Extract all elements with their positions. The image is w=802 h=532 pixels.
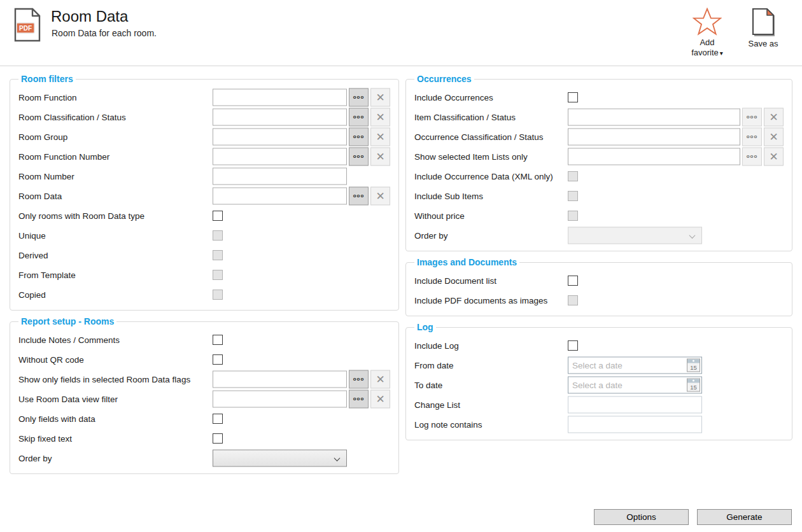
show-selected-item-lists-lookup-button: ooo bbox=[742, 147, 762, 165]
occurrence-classification-input[interactable] bbox=[568, 128, 740, 145]
room-function-number-lookup-button[interactable]: ooo bbox=[349, 147, 369, 165]
to-date-picker[interactable]: Select a date 15 bbox=[568, 376, 702, 393]
unique-label: Unique bbox=[18, 230, 46, 240]
room-classification-clear-button[interactable]: ✕ bbox=[370, 108, 390, 126]
only-fields-with-data-checkbox[interactable] bbox=[213, 414, 223, 424]
from-date-row: From date Select a date 15 bbox=[414, 355, 787, 375]
clear-icon: ✕ bbox=[376, 151, 384, 162]
log-note-contains-input[interactable] bbox=[568, 416, 702, 433]
group-room-filters: Room filters Room Function ooo ✕ Room Cl… bbox=[10, 74, 399, 311]
room-group-clear-button[interactable]: ✕ bbox=[370, 127, 390, 146]
unique-row: Unique bbox=[18, 225, 393, 245]
room-classification-input[interactable] bbox=[213, 108, 347, 125]
item-classification-input[interactable] bbox=[568, 108, 740, 125]
use-room-data-view-filter-clear-button[interactable]: ✕ bbox=[370, 389, 390, 408]
star-icon bbox=[693, 8, 722, 36]
page-subtitle: Room Data for each room. bbox=[52, 28, 157, 38]
add-favorite-label: Add favorite▾ bbox=[691, 38, 723, 59]
room-function-number-input[interactable] bbox=[213, 148, 347, 165]
group-occurrences-title: Occurrences bbox=[414, 74, 474, 84]
show-only-fields-flags-input[interactable] bbox=[213, 370, 347, 388]
use-room-data-view-filter-input[interactable] bbox=[213, 390, 347, 407]
room-data-label: Room Data bbox=[18, 191, 62, 200]
room-number-input[interactable] bbox=[213, 167, 347, 185]
include-occurrence-data-row: Include Occurrence Data (XML only) bbox=[414, 166, 787, 186]
right-column: Occurrences Include Occurrences Item Cla… bbox=[405, 74, 792, 446]
room-data-lookup-button[interactable]: ooo bbox=[349, 186, 369, 205]
include-sub-items-checkbox bbox=[568, 191, 578, 201]
without-qr-code-checkbox[interactable] bbox=[213, 354, 223, 365]
pdf-report-icon: PDF bbox=[13, 8, 42, 45]
occurrences-order-by-row: Order by bbox=[414, 225, 787, 245]
room-function-number-label: Room Function Number bbox=[18, 151, 109, 161]
item-classification-lookup-button: ooo bbox=[742, 108, 762, 126]
group-occurrences: Occurrences Include Occurrences Item Cla… bbox=[405, 74, 792, 251]
save-as-label: Save as bbox=[749, 39, 778, 49]
use-room-data-view-filter-lookup-button[interactable]: ooo bbox=[349, 389, 369, 408]
skip-fixed-text-label: Skip fixed text bbox=[18, 433, 72, 443]
item-classification-label: Item Classification / Status bbox=[414, 112, 516, 122]
generate-button[interactable]: Generate bbox=[697, 509, 792, 525]
calendar-icon[interactable]: 15 bbox=[687, 378, 700, 391]
add-favorite-button[interactable]: Add favorite▾ bbox=[685, 8, 729, 59]
copied-label: Copied bbox=[18, 290, 46, 299]
include-notes-label: Include Notes / Comments bbox=[18, 335, 120, 344]
include-occurrence-data-label: Include Occurrence Data (XML only) bbox=[414, 171, 553, 181]
rooms-order-by-select[interactable] bbox=[213, 449, 347, 466]
ellipsis-icon: ooo bbox=[353, 115, 365, 120]
include-occurrence-data-checkbox bbox=[568, 171, 578, 181]
include-notes-checkbox[interactable] bbox=[213, 335, 223, 345]
rooms-order-by-row: Order by bbox=[18, 448, 393, 468]
occurrence-classification-lookup-button: ooo bbox=[742, 127, 762, 146]
include-occurrences-label: Include Occurrences bbox=[414, 92, 493, 102]
ellipsis-icon: ooo bbox=[353, 154, 365, 159]
save-as-button[interactable]: Save as bbox=[741, 8, 785, 49]
room-classification-lookup-button[interactable]: ooo bbox=[349, 108, 369, 126]
room-function-input[interactable] bbox=[213, 88, 347, 106]
clear-icon: ✕ bbox=[376, 393, 384, 404]
from-date-placeholder: Select a date bbox=[568, 360, 687, 370]
room-data-clear-button[interactable]: ✕ bbox=[370, 186, 390, 205]
room-function-number-row: Room Function Number ooo ✕ bbox=[18, 146, 393, 166]
from-date-picker[interactable]: Select a date 15 bbox=[568, 356, 702, 374]
show-only-fields-flags-lookup-button[interactable]: ooo bbox=[349, 370, 369, 388]
show-selected-item-lists-input[interactable] bbox=[568, 148, 740, 165]
clear-icon: ✕ bbox=[376, 131, 384, 142]
include-document-list-checkbox[interactable] bbox=[568, 276, 578, 286]
room-group-lookup-button[interactable]: ooo bbox=[349, 127, 369, 146]
derived-checkbox bbox=[213, 250, 223, 260]
report-header: PDF Room Data Room Data for each room. A… bbox=[0, 0, 802, 66]
to-date-label: To date bbox=[414, 380, 442, 389]
pdf-badge-text: PDF bbox=[19, 25, 32, 32]
occurrences-order-by-select bbox=[568, 227, 702, 244]
show-only-fields-flags-clear-button[interactable]: ✕ bbox=[370, 370, 390, 388]
room-group-input[interactable] bbox=[213, 128, 347, 145]
ellipsis-icon: ooo bbox=[353, 134, 365, 139]
include-log-label: Include Log bbox=[414, 340, 459, 350]
from-template-row: From Template bbox=[18, 265, 393, 284]
room-function-lookup-button[interactable]: ooo bbox=[349, 88, 369, 106]
only-fields-with-data-label: Only fields with data bbox=[18, 414, 95, 423]
calendar-icon[interactable]: 15 bbox=[687, 358, 700, 372]
save-as-icon bbox=[750, 8, 776, 37]
ellipsis-icon: ooo bbox=[353, 396, 365, 402]
room-function-number-clear-button[interactable]: ✕ bbox=[370, 147, 390, 165]
room-data-input[interactable] bbox=[213, 187, 347, 204]
page-title: Room Data bbox=[51, 8, 128, 25]
only-rooms-with-room-data-type-checkbox[interactable] bbox=[213, 211, 223, 221]
room-classification-row: Room Classification / Status ooo ✕ bbox=[18, 107, 393, 127]
include-log-checkbox[interactable] bbox=[568, 340, 578, 351]
group-report-setup-rooms-title: Report setup - Rooms bbox=[18, 316, 116, 326]
group-room-filters-title: Room filters bbox=[18, 74, 76, 84]
show-only-fields-flags-row: Show only fields in selected Room Data f… bbox=[18, 369, 393, 389]
ellipsis-icon: ooo bbox=[747, 134, 758, 139]
ellipsis-icon: ooo bbox=[353, 377, 365, 382]
skip-fixed-text-checkbox[interactable] bbox=[213, 433, 223, 444]
only-rooms-with-room-data-type-label: Only rooms with Room Data type bbox=[18, 211, 144, 220]
room-function-clear-button[interactable]: ✕ bbox=[370, 88, 390, 106]
ellipsis-icon: ooo bbox=[353, 193, 365, 199]
include-notes-row: Include Notes / Comments bbox=[18, 330, 393, 349]
change-list-input[interactable] bbox=[568, 396, 702, 413]
include-occurrences-checkbox[interactable] bbox=[568, 92, 578, 102]
options-button[interactable]: Options bbox=[594, 509, 689, 525]
